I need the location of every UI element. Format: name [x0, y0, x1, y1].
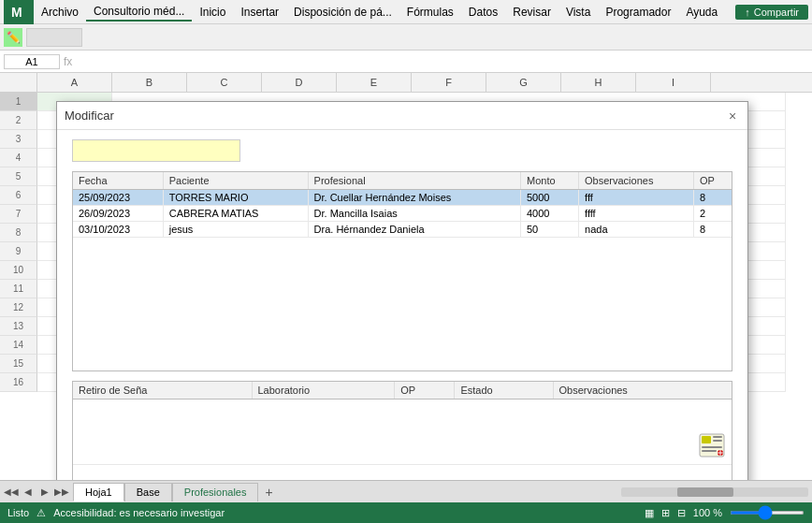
- table-row[interactable]: 25/09/2023TORRES MARIODr. Cuellar Hernán…: [73, 190, 732, 206]
- col-B: B: [112, 73, 187, 92]
- col-H: H: [561, 73, 636, 92]
- cell-op: 8: [694, 222, 732, 238]
- status-ready: Listo: [7, 507, 29, 518]
- sheet-scroll-arrows: ◀◀ ◀ ▶ ▶▶: [0, 485, 73, 500]
- menu-revisar[interactable]: Revisar: [505, 4, 558, 21]
- scroll-left[interactable]: ◀: [21, 485, 36, 500]
- scroll-right[interactable]: ▶: [37, 485, 52, 500]
- cell-observaciones: ffff: [579, 206, 694, 222]
- tab-base[interactable]: Base: [124, 483, 172, 501]
- corner-cell: [0, 73, 37, 92]
- col-monto: Monto: [520, 172, 578, 190]
- menu-archivo[interactable]: Archivo: [34, 4, 86, 21]
- zoom-level: 100 %: [693, 507, 722, 518]
- row-10: 10: [0, 261, 37, 280]
- col-obs2: Observaciones: [553, 382, 732, 400]
- col-fecha: Fecha: [73, 172, 163, 190]
- menu-formulas[interactable]: Fórmulas: [399, 4, 461, 21]
- cell-profesional: Dr. Cuellar Hernández Moises: [308, 190, 520, 206]
- menu-disposicion[interactable]: Disposición de pá...: [286, 4, 399, 21]
- edit-icon-button[interactable]: [698, 432, 726, 460]
- name-box[interactable]: [4, 54, 60, 69]
- ribbon-spacer: [26, 28, 82, 47]
- cell-monto: 5000: [520, 190, 578, 206]
- cell-monto: 4000: [520, 206, 578, 222]
- scroll-left-left[interactable]: ◀◀: [4, 485, 19, 500]
- main-area: A B C D E F G H I 1 2 3 4 5 6 7: [0, 73, 812, 480]
- view-normal-icon[interactable]: ▦: [645, 507, 654, 519]
- row-5: 5: [0, 167, 37, 186]
- pencil-icon[interactable]: ✏️: [4, 28, 22, 47]
- cell-paciente: jesus: [163, 222, 308, 238]
- menu-programador[interactable]: Programador: [598, 4, 678, 21]
- col-retiro: Retiro de Seña: [73, 382, 252, 400]
- horizontal-scrollbar[interactable]: [621, 487, 808, 497]
- row-2: 2: [0, 111, 37, 130]
- table-row[interactable]: 26/09/2023CABRERA MATIASDr. Mancilla Isa…: [73, 206, 732, 222]
- modal-close-button[interactable]: ×: [725, 109, 740, 123]
- col-I: I: [636, 73, 711, 92]
- svg-rect-2: [702, 436, 711, 443]
- modal-title: Modificar: [65, 109, 114, 123]
- bottom-data-table: Retiro de Seña Laboratorio OP Estado Obs…: [73, 382, 732, 465]
- cell-op: 2: [694, 206, 732, 222]
- cell-op: 8: [694, 190, 732, 206]
- add-sheet-button[interactable]: +: [258, 483, 279, 501]
- row-6: 6: [0, 186, 37, 205]
- row-14: 14: [0, 336, 37, 355]
- zoom-slider[interactable]: [730, 511, 805, 515]
- share-icon: ↑: [745, 7, 750, 18]
- status-bar-right: ▦ ⊞ ⊟ 100 %: [645, 507, 805, 519]
- col-paciente: Paciente: [163, 172, 308, 190]
- cell-paciente: TORRES MARIO: [163, 190, 308, 206]
- view-page-icon[interactable]: ⊟: [677, 507, 686, 519]
- menu-bar: M Archivo Consultorio méd... Inicio Inse…: [0, 0, 812, 24]
- view-layout-icon[interactable]: ⊞: [661, 507, 670, 519]
- scrollbar-thumb: [677, 487, 733, 497]
- cell-fecha: 26/09/2023: [73, 206, 163, 222]
- cell-monto: 50: [520, 222, 578, 238]
- cell-fecha: 25/09/2023: [73, 190, 163, 206]
- share-button[interactable]: ↑ Compartir: [735, 5, 808, 20]
- row-12: 12: [0, 298, 37, 317]
- bottom-area: ◀◀ ◀ ▶ ▶▶ Hoja1 Base Profesionales + Lis…: [0, 480, 812, 523]
- bottom-header-row: Retiro de Seña Laboratorio OP Estado Obs…: [73, 382, 732, 400]
- search-wrapper: [72, 139, 732, 162]
- cell-observaciones: nada: [579, 222, 694, 238]
- svg-rect-5: [702, 446, 722, 448]
- cell-profesional: Dr. Mancilla Isaias: [308, 206, 520, 222]
- menu-inicio[interactable]: Inicio: [192, 4, 233, 21]
- cell-observaciones: fff: [579, 190, 694, 206]
- formula-separator: fx: [64, 55, 72, 68]
- menu-vista[interactable]: Vista: [558, 4, 598, 21]
- tab-profesionales[interactable]: Profesionales: [172, 483, 259, 501]
- col-op2: OP: [395, 382, 455, 400]
- app-window: M Archivo Consultorio méd... Inicio Inse…: [0, 0, 812, 523]
- col-E: E: [337, 73, 412, 92]
- menu-consultorio[interactable]: Consultorio méd...: [86, 3, 192, 22]
- svg-text:M: M: [11, 5, 22, 20]
- top-table-wrapper: Fecha Paciente Profesional Monto Observa…: [72, 171, 732, 371]
- tab-hoja1[interactable]: Hoja1: [73, 483, 124, 501]
- menu-ayuda[interactable]: Ayuda: [678, 4, 725, 21]
- svg-rect-4: [713, 440, 722, 442]
- table-row[interactable]: 03/10/2023jesusDra. Hérnandez Daniela50n…: [73, 222, 732, 238]
- sheet-tab-bar: ◀◀ ◀ ▶ ▶▶ Hoja1 Base Profesionales +: [0, 480, 812, 502]
- svg-rect-3: [713, 436, 722, 438]
- scroll-right-right[interactable]: ▶▶: [54, 485, 69, 500]
- row-7: 7: [0, 205, 37, 224]
- status-bar: Listo ⚠ Accesibilidad: es necesario inve…: [0, 502, 812, 523]
- col-D: D: [262, 73, 337, 92]
- col-op: OP: [694, 172, 732, 190]
- column-headers: A B C D E F G H I: [0, 73, 812, 93]
- row-11: 11: [0, 280, 37, 298]
- search-input[interactable]: [72, 139, 240, 162]
- cell-fecha: 03/10/2023: [73, 222, 163, 238]
- modal-dialog: Modificar × Fecha Pa: [56, 101, 748, 480]
- cell-paciente: CABRERA MATIAS: [163, 206, 308, 222]
- menu-insertar[interactable]: Insertar: [233, 4, 286, 21]
- ribbon: ✏️: [0, 24, 812, 51]
- cell-profesional: Dra. Hérnandez Daniela: [308, 222, 520, 238]
- menu-datos[interactable]: Datos: [461, 4, 505, 21]
- col-F: F: [412, 73, 486, 92]
